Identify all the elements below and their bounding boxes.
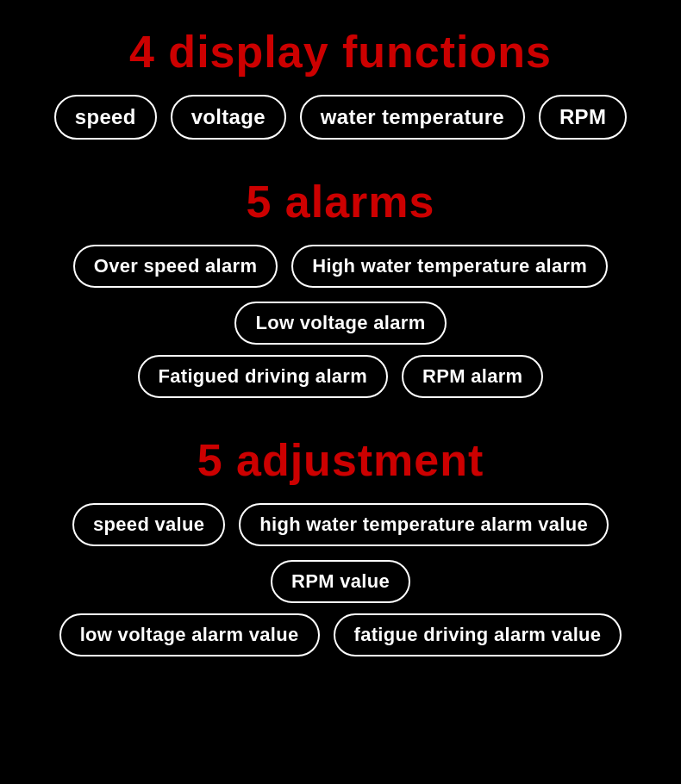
alarms-section: 5 alarms Over speed alarm High water tem… [0, 159, 681, 408]
badge-fatigue-driving-alarm-value: fatigue driving alarm value [334, 613, 622, 656]
badge-rpm: RPM [539, 95, 627, 140]
badge-high-water-temp-alarm-value: high water temperature alarm value [239, 503, 609, 546]
badge-low-voltage-alarm-value: low voltage alarm value [59, 613, 320, 656]
badge-over-speed-alarm: Over speed alarm [73, 245, 278, 288]
adjustment-badges-row1: speed value high water temperature alarm… [0, 503, 681, 603]
alarms-badges-row1: Over speed alarm High water temperature … [0, 245, 681, 345]
adjustment-section: 5 adjustment speed value high water temp… [0, 417, 681, 667]
badge-high-water-temp-alarm: High water temperature alarm [291, 245, 608, 288]
badge-fatigued-driving-alarm: Fatigued driving alarm [138, 355, 389, 398]
display-section: 4 display functions speed voltage water … [0, 0, 681, 150]
alarms-badges-row2: Fatigued driving alarm RPM alarm [0, 355, 681, 398]
badge-voltage: voltage [171, 95, 286, 140]
badge-low-voltage-alarm: Low voltage alarm [234, 302, 446, 345]
alarms-title: 5 alarms [246, 176, 434, 227]
adjustment-title: 5 adjustment [197, 434, 484, 486]
badge-speed-value: speed value [72, 503, 225, 546]
display-title: 4 display functions [129, 26, 552, 78]
badge-rpm-value: RPM value [271, 560, 410, 603]
adjustment-badges-row2: low voltage alarm value fatigue driving … [0, 613, 681, 656]
badge-water-temperature: water temperature [300, 95, 525, 140]
display-badges-row: speed voltage water temperature RPM [0, 95, 681, 140]
badge-speed: speed [54, 95, 157, 140]
badge-rpm-alarm: RPM alarm [402, 355, 543, 398]
